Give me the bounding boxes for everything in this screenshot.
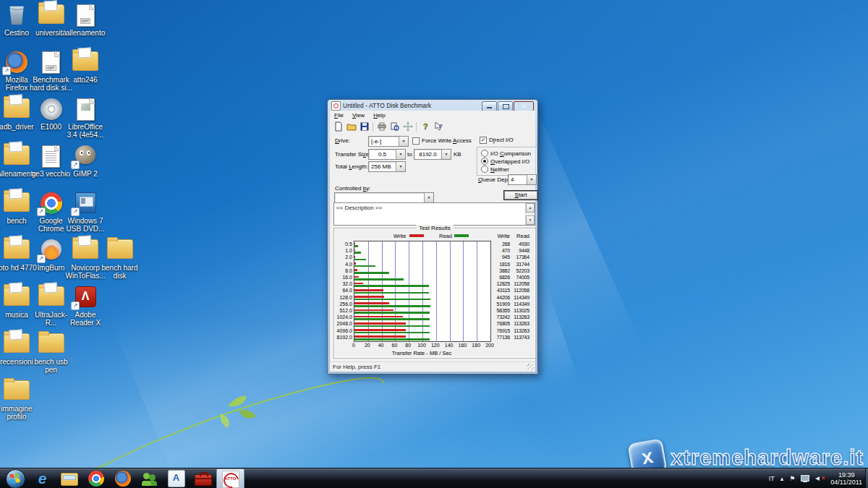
chevron-down-icon[interactable]: ▼ [527,175,536,184]
folder-docs-icon [38,4,64,24]
write-bar-2048.0 [354,322,406,325]
total-length-combo[interactable]: 256 MB▼ [368,161,406,172]
action-center-flag-icon[interactable]: ⚑ [789,475,795,482]
read-bar-1024.0 [354,318,430,320]
x-tick-label: 180 [469,343,483,348]
title-bar[interactable]: Untitled - ATTO Disk Benchmark × [328,100,537,111]
write-bar-32.0 [354,283,363,285]
show-hidden-icons-icon[interactable]: ▴ [780,475,784,482]
network-icon[interactable] [801,475,809,482]
neither-radio[interactable]: Neither [481,166,509,173]
status-bar: For Help, press F1 [330,361,535,372]
desktop-icon-windows-7-usb-dvd[interactable]: ↗Windows 7 USB DVD... [64,192,107,233]
read-value: 74005 [508,274,529,281]
desktop-icon-label: bench hard disk [98,264,142,280]
desktop-wallpaper: CestinouniversitàODTallenamento↗Mozilla … [0,0,868,488]
taskbar-button-windows-explorer[interactable] [56,468,82,488]
taskbar-button-atto[interactable]: ATTO [216,468,244,488]
desktop-icon-adobe-reader-x[interactable]: ↗Adobe Reader X [64,286,107,327]
folder-docs-icon [4,333,30,353]
write-bar-1024.0 [354,316,403,318]
shortcut-arrow-icon: ↗ [71,160,80,169]
transfer-size-to-combo[interactable]: 8192.0▼ [414,149,451,160]
chevron-down-icon[interactable]: ▼ [396,162,405,171]
desktop-icon-libreoffice-3-4-4e54[interactable]: LibreOffice 3.4 (4e54... [64,98,107,139]
desktop-icon-bench-usb-pen[interactable]: bench usb pen [30,333,73,374]
write-value: 470 [488,247,510,254]
x-tick-label: 200 [482,343,497,348]
show-desktop-button[interactable] [865,468,868,488]
y-tick-label: 128.0 [334,294,352,301]
minimize-button[interactable] [482,101,497,111]
save-button[interactable] [358,121,370,132]
y-tick-label: 16.0 [334,274,352,281]
resize-grip[interactable] [527,364,535,371]
messenger-icon [142,471,158,487]
x-tick-label: 120 [428,343,443,348]
force-write-access-checkbox[interactable]: Force Write Access [412,137,472,145]
queue-depth-combo[interactable]: 4▼ [508,174,537,185]
menu-file[interactable]: File [330,112,348,119]
taskbar-button-toolbox[interactable] [190,468,216,488]
scroll-down-icon[interactable]: ▼ [526,215,535,225]
controlled-by-combo[interactable]: ▼ [334,192,434,203]
open-file-button[interactable] [345,121,357,132]
read-bar-8192.0 [354,338,430,341]
chevron-down-icon[interactable]: ▼ [424,193,433,202]
taskbar-button-internet-explorer[interactable] [29,468,56,488]
start-button[interactable]: Start [503,190,538,200]
transfer-size-from-combo[interactable]: 0.5▼ [368,149,406,160]
print-button[interactable] [375,121,388,132]
folder-icon [107,239,133,259]
description-text: << Description >> [336,205,382,211]
description-box[interactable]: << Description >> ▲ ▼ [333,202,535,226]
atto-app-icon [331,101,341,111]
drive-combo[interactable]: [-e-]▼ [368,136,409,147]
help-button[interactable]: ? [419,121,431,132]
read-value: 31744 [508,261,529,267]
y-tick-label: 2.0 [334,254,352,260]
chevron-down-icon[interactable]: ▼ [399,137,408,146]
scroll-up-icon[interactable]: ▲ [526,203,535,213]
system-tray: IT ▴ ⚑ x 19:39 04/11/2011 [769,468,865,488]
desktop-icon-bench-hard-disk[interactable]: bench hard disk [98,239,142,280]
desktop-icon-allenamento[interactable]: ODTallenamento [64,4,107,37]
close-button[interactable]: × [514,101,534,111]
context-help-button[interactable]: ? [432,121,444,132]
read-bar-8.0 [354,272,389,274]
folder-docs-icon [4,192,30,212]
io-comparison-radio[interactable]: I/O Comparison [481,150,531,157]
chevron-down-icon[interactable]: ▼ [441,150,451,159]
menu-help[interactable]: Help [369,112,389,119]
checkbox-box-checked[interactable]: ✓ [480,137,487,144]
new-file-button[interactable] [332,121,344,132]
checkbox-box[interactable] [412,137,420,145]
chevron-down-icon[interactable]: ▼ [396,150,405,159]
desktop-icon-atto246[interactable]: atto246 [64,51,107,84]
taskbar-button-google-chrome[interactable] [82,468,109,488]
taskbar-button-writer[interactable] [163,468,190,488]
read-value: 9448 [508,247,529,254]
menu-view[interactable]: View [348,112,369,119]
read-value: 52203 [508,267,529,274]
move-button[interactable] [401,121,414,132]
description-scrollbar[interactable]: ▲ ▼ [525,203,535,225]
taskbar-button-messenger[interactable] [136,468,163,488]
toolbar-separator [416,122,417,132]
language-indicator[interactable]: IT [769,475,775,482]
desktop-icon-immagine-profilo[interactable]: immagine profilo [0,380,38,421]
maximize-button[interactable] [498,101,513,111]
y-tick-label: 0.5 [334,241,352,247]
write-bar-256.0 [354,302,389,304]
overlapped-io-radio[interactable]: Overlapped I/O [481,158,529,165]
desktop-icon-gimp-2[interactable]: ↗GIMP 2 [64,145,107,178]
print-preview-button[interactable] [388,121,401,132]
write-value: 58355 [488,307,510,314]
taskbar-clock[interactable]: 19:39 04/11/2011 [830,471,865,486]
read-bar-2048.0 [354,325,430,328]
taskbar-button-firefox[interactable] [109,468,136,488]
read-value: 113743 [508,334,529,341]
start-button[interactable] [6,469,25,488]
direct-io-checkbox[interactable]: ✓ Direct I/O [480,137,514,144]
volume-muted-icon[interactable]: x [815,474,825,482]
